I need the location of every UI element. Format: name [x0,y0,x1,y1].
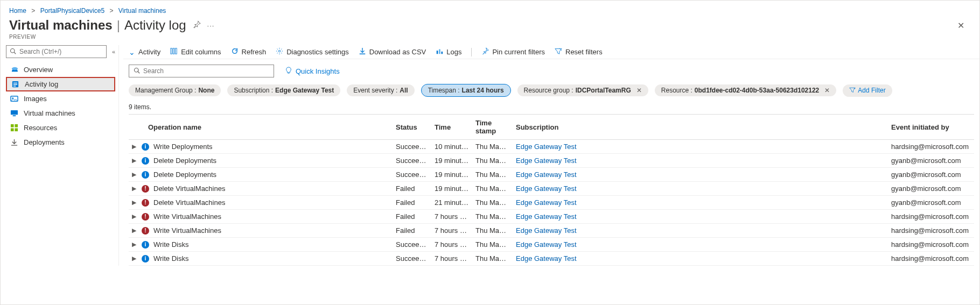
tb-pin-filters[interactable]: Pin current filters [481,47,545,56]
subscription-link[interactable]: Edge Gateway Test [516,198,577,207]
sidebar-item-resources[interactable]: Resources [6,120,115,135]
title-row: Virtual machines | Activity log ··· ✕ [1,18,979,34]
subscription-link[interactable]: Edge Gateway Test [516,157,577,165]
subscription-link[interactable]: Edge Gateway Test [516,171,577,179]
table-row[interactable]: ▶!Delete VirtualMachines Failed 19 minut… [129,182,974,196]
vm-icon [10,109,18,117]
breadcrumb-link[interactable]: Home [9,7,26,15]
svg-rect-4 [13,83,18,83]
error-icon: ! [142,185,149,193]
timestamp-cell: Thu May 27... [472,154,513,168]
filter-pill[interactable]: Resource group : IDCPortalTeamRG✕ [517,84,648,96]
column-header[interactable]: Time [431,115,472,140]
chevron-right-icon[interactable]: ▶ [132,157,137,164]
search-box[interactable] [129,65,274,77]
initiated-by-cell: gyanb@microsoft.com [888,196,974,210]
chevron-right-icon[interactable]: ▶ [132,199,137,206]
table-row[interactable]: ▶iWrite Disks Succeeded 7 hours ago Thu … [129,238,974,252]
status-cell: Failed [393,196,431,210]
operation-name: Delete VirtualMachines [153,198,225,207]
deploy-icon [10,138,18,146]
subscription-link[interactable]: Edge Gateway Test [516,226,577,235]
table-row[interactable]: ▶!Delete VirtualMachines Failed 21 minut… [129,196,974,210]
breadcrumb-link[interactable]: PortalPhysicalDevice5 [40,7,104,15]
sidebar: « OverviewActivity logImagesVirtual mach… [1,45,118,266]
subscription-link[interactable]: Edge Gateway Test [516,185,577,193]
table-row[interactable]: ▶!Write VirtualMachines Failed 7 hours a… [129,224,974,238]
more-icon[interactable]: ··· [207,22,215,30]
error-icon: ! [142,199,149,207]
sidebar-item-label: Deployments [24,138,65,146]
filter-pill[interactable]: Subscription : Edge Gateway Test [227,84,340,96]
pin-icon[interactable] [193,20,201,30]
sidebar-search-input[interactable] [19,48,103,55]
operation-name: Write Disks [153,240,188,249]
chevron-right-icon[interactable]: ▶ [132,227,137,234]
column-header[interactable]: Subscription [513,115,888,140]
close-icon[interactable]: ✕ [636,87,642,94]
close-icon[interactable]: ✕ [824,87,830,94]
tb-refresh[interactable]: Refresh [231,47,267,56]
svg-text:+: + [854,87,856,90]
tb-diagnostics[interactable]: Diagnostics settings [276,47,349,56]
sidebar-item-activity[interactable]: Activity log [6,77,115,91]
add-filter-button[interactable]: + Add Filter [843,84,892,97]
filter-pill[interactable]: Event severity : All [347,84,414,96]
toolbar-separator [471,48,472,56]
subscription-link[interactable]: Edge Gateway Test [516,254,577,263]
chevron-right-icon[interactable]: ▶ [132,241,137,248]
column-header[interactable]: Status [393,115,431,140]
operation-name: Write Disks [153,254,188,263]
filter-pill[interactable]: Timespan : Last 24 hours [421,84,511,97]
error-icon: ! [142,227,149,235]
table-row[interactable]: ▶iWrite Disks Succeeded 7 hours ago Thu … [129,252,974,266]
chevron-right-icon[interactable]: ▶ [132,255,137,262]
filter-pill[interactable]: Resource : 0bd1fdee-cd02-4d0b-53aa-50623… [655,84,837,96]
close-icon[interactable]: ✕ [957,20,964,31]
reset-icon [555,47,562,56]
pin-icon [481,47,489,56]
collapse-icon[interactable]: « [112,48,115,55]
table-row[interactable]: ▶iWrite Deployments Succeeded 10 minutes… [129,140,974,154]
svg-rect-20 [439,49,440,54]
search-icon [10,48,16,56]
table-row[interactable]: ▶iDelete Deployments Succeeded 19 minute… [129,168,974,182]
sidebar-item-overview[interactable]: Overview [6,62,115,77]
subscription-link[interactable]: Edge Gateway Test [516,212,577,221]
items-count: 9 items. [123,102,979,114]
quick-insights[interactable]: Quick Insights [285,67,340,76]
tb-activity[interactable]: ⌄Activity [129,48,160,56]
svg-rect-21 [442,52,443,54]
sidebar-item-label: Resources [24,124,57,132]
breadcrumb-link[interactable]: Virtual machines [118,7,166,15]
content: ⌄Activity Edit columns Refresh Diagnosti… [118,45,979,266]
tb-download-csv[interactable]: Download as CSV [359,47,426,56]
search-input[interactable] [143,67,269,75]
table-row[interactable]: ▶iDelete Deployments Succeeded 19 minute… [129,154,974,168]
subscription-link[interactable]: Edge Gateway Test [516,240,577,249]
column-header[interactable]: Time stamp [472,115,513,140]
chevron-right-icon[interactable]: ▶ [132,143,137,150]
preview-badge: PREVIEW [1,34,979,45]
chevron-right-icon[interactable]: ▶ [132,185,137,192]
tb-logs[interactable]: Logs [436,47,461,56]
status-cell: Succeeded [393,252,431,266]
column-header[interactable]: Operation name [129,115,393,140]
tb-edit-columns[interactable]: Edit columns [170,47,221,56]
sidebar-item-vm[interactable]: Virtual machines [6,106,115,120]
chevron-right-icon[interactable]: ▶ [132,171,137,178]
column-header[interactable]: Event initiated by [888,115,974,140]
chevron-right-icon[interactable]: ▶ [132,213,137,220]
sidebar-item-images[interactable]: Images [6,91,115,106]
tb-reset-filters[interactable]: Reset filters [555,47,603,56]
status-cell: Succeeded [393,140,431,154]
status-cell: Succeeded [393,168,431,182]
sidebar-item-deploy[interactable]: Deployments [6,135,115,150]
subscription-link[interactable]: Edge Gateway Test [516,143,577,151]
overview-icon [10,66,18,74]
filter-pill[interactable]: Management Group : None [129,84,221,96]
sidebar-search[interactable] [6,45,107,58]
initiated-by-cell: hardsing@microsoft.com [888,210,974,224]
initiated-by-cell: hardsing@microsoft.com [888,140,974,154]
table-row[interactable]: ▶!Write VirtualMachines Failed 7 hours a… [129,210,974,224]
